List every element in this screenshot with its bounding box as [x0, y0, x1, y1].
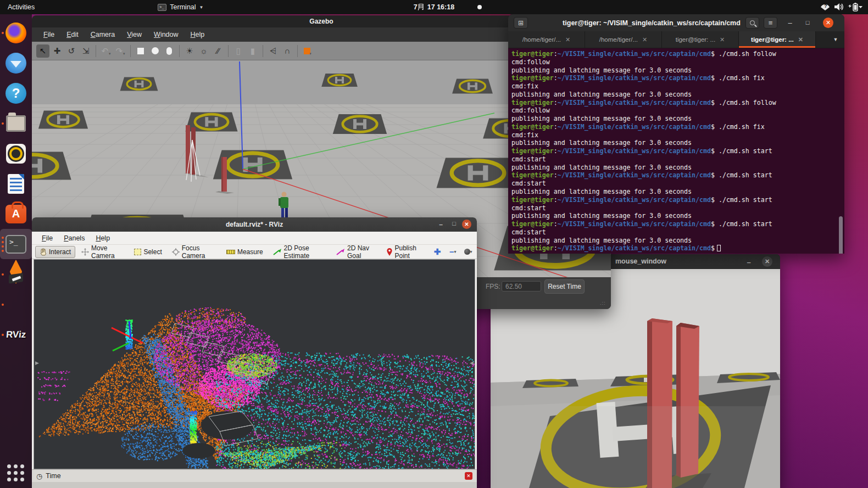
running-indicator	[2, 273, 4, 276]
libreoffice-writer-icon	[8, 174, 24, 194]
gazebo-tool-paste[interactable]: ▮	[246, 44, 259, 58]
gazebo-tool-sphere[interactable]	[148, 44, 162, 58]
rviz-tool-publish-point[interactable]: Publish Point	[383, 246, 430, 258]
add-tool-button[interactable]: ✚	[432, 246, 443, 257]
rviz-titlebar[interactable]: default.rviz* - RViz – □ ✕	[32, 217, 477, 232]
tab-close-icon[interactable]: ✕	[642, 36, 647, 43]
dock-item-show-apps[interactable]	[0, 458, 32, 488]
gazebo-tool-view-angle[interactable]: ▾	[301, 44, 314, 58]
close-icon[interactable]: ✕	[762, 256, 772, 267]
terminal-tab-3[interactable]: tiger@tiger: ...✕	[662, 31, 739, 48]
fps-value-field: 62.50	[502, 281, 541, 291]
rviz-time-panel-header[interactable]: ◷ Time ✕	[32, 469, 477, 482]
rviz-tool-interact[interactable]: Interact	[35, 246, 75, 258]
fps-label: FPS:	[486, 283, 500, 290]
terminal-tab-4[interactable]: tiger@tiger: ...✕	[739, 31, 816, 48]
rviz-tool-2d-pose-estimate[interactable]: 2D Pose Estimate	[269, 246, 330, 258]
terminal-tab-2[interactable]: /home/tiger/...✕	[585, 31, 662, 48]
move-camera-icon	[81, 248, 89, 256]
rviz-3d-view[interactable]: ▶ ◀ …	[34, 259, 475, 469]
gazebo-menu-file[interactable]: File	[37, 29, 60, 40]
files-icon	[6, 115, 26, 132]
gazebo-tool-snap[interactable]: ∩	[281, 44, 294, 58]
panel-expand-right-icon[interactable]: ◀	[470, 360, 474, 366]
interact-icon	[40, 248, 47, 256]
gazebo-tool-undo[interactable]: ↶ ▾	[99, 44, 113, 58]
gazebo-menu-camera[interactable]: Camera	[85, 29, 121, 40]
panel-expand-left-icon[interactable]: ▶	[35, 360, 39, 366]
maximize-icon[interactable]: □	[452, 220, 456, 227]
reset-time-button[interactable]: Reset Time	[544, 279, 585, 294]
maximize-icon[interactable]: □	[802, 16, 814, 29]
scrollbar-thumb[interactable]	[839, 216, 843, 254]
rviz-menu-help[interactable]: Help	[90, 233, 115, 243]
gazebo-tool-rotate[interactable]: ↺	[65, 44, 78, 58]
minimize-icon[interactable]: –	[744, 257, 754, 267]
dock-item-libreoffice[interactable]	[0, 169, 32, 199]
2d-nav-goal-icon	[336, 249, 345, 255]
dock-item-files[interactable]	[0, 108, 32, 138]
gazebo-tool-spot-light[interactable]: ☼	[197, 44, 210, 58]
resize-grip[interactable]: .::	[600, 300, 607, 306]
rviz-menu-panels[interactable]: Panels	[58, 233, 90, 243]
dock-item-thunderbird[interactable]	[0, 48, 32, 78]
terminal-window: ⊞ tiger@tiger: ~/VISIM_single/catkin_ws/…	[508, 14, 844, 254]
gazebo-menu-view[interactable]: View	[121, 29, 148, 40]
gazebo-menu-help[interactable]: Help	[185, 29, 211, 40]
terminal-tabbar: /home/tiger/...✕/home/tiger/...✕tiger@ti…	[508, 31, 844, 48]
gazebo-tool-scale[interactable]: ⇲	[79, 44, 92, 58]
gazebo-tool-copy[interactable]: ▯	[232, 44, 245, 58]
tab-list-dropdown[interactable]: ▼	[827, 31, 844, 48]
rviz-tool-focus-camera[interactable]: Focus Camera	[168, 246, 220, 258]
firefox-icon	[5, 23, 26, 43]
gazebo-tool-cylinder[interactable]	[163, 44, 176, 58]
terminal-cursor	[717, 245, 721, 251]
minimize-icon[interactable]: –	[439, 221, 443, 228]
gazebo-tool-box[interactable]	[134, 44, 147, 58]
gazebo-menu-window[interactable]: Window	[148, 29, 184, 40]
dock-item-help[interactable]: ?	[0, 78, 32, 108]
gazebo-tool-align[interactable]: ⩤	[266, 44, 280, 58]
clock[interactable]: 7 17 16:18	[0, 3, 868, 11]
terminal-titlebar[interactable]: ⊞ tiger@tiger: ~/VISIM_single/catkin_ws/…	[508, 14, 844, 31]
terminal-output[interactable]: tiger@tiger:~/VISIM_single/catkin_ws/src…	[508, 48, 844, 254]
tab-close-icon[interactable]: ✕	[798, 36, 803, 43]
app-menu[interactable]: >_ Terminal ▼	[158, 3, 203, 11]
gazebo-tool-directional-light[interactable]: ∕∕	[212, 44, 225, 58]
rviz-tool-select[interactable]: Select	[130, 246, 165, 258]
dock-item-rviz[interactable]: RViz	[0, 319, 32, 350]
dock-item-firefox[interactable]	[0, 18, 32, 48]
gazebo-tool-select[interactable]: ↖	[36, 44, 49, 58]
search-button[interactable]	[745, 17, 759, 29]
gazebo-tool-translate[interactable]: ✚	[51, 44, 64, 58]
rviz-menu-file[interactable]: File	[36, 233, 58, 243]
close-icon[interactable]: ✕	[823, 18, 833, 28]
time-panel-close-icon[interactable]: ✕	[465, 472, 472, 480]
system-status-icons[interactable]: ?	[820, 0, 863, 14]
recording-indicator-dot	[477, 5, 482, 9]
new-tab-button[interactable]: ⊞	[514, 17, 528, 29]
activities-button[interactable]: Activities	[0, 3, 42, 11]
hamburger-menu-button[interactable]: ≡	[764, 17, 777, 29]
gazebo-menu-edit[interactable]: Edit	[60, 29, 85, 40]
network-question-icon: ?	[821, 3, 830, 10]
dock-item-hidden-app[interactable]	[0, 289, 32, 319]
dock-item-software[interactable]: A	[0, 199, 32, 229]
remove-tool-button[interactable]: −▾	[447, 246, 458, 257]
gazebo-tool-redo[interactable]: ↷ ▾	[114, 44, 127, 58]
dock-item-rhythmbox[interactable]	[0, 138, 32, 169]
desktop: mouse_window – ✕	[0, 0, 868, 488]
helipad	[120, 77, 158, 91]
minimize-icon[interactable]: –	[784, 16, 796, 29]
rviz-tool-move-camera[interactable]: Move Camera	[77, 246, 128, 258]
tab-close-icon[interactable]: ✕	[720, 36, 725, 43]
terminal-tab-1[interactable]: /home/tiger/...✕	[508, 31, 585, 48]
dock-item-terminal[interactable]: >_	[0, 229, 32, 259]
gazebo-tool-point-light[interactable]: ☀	[183, 44, 196, 58]
tab-close-icon[interactable]: ✕	[565, 36, 570, 43]
tool-options-button[interactable]: ▾	[463, 246, 474, 257]
dock-item-gazebo[interactable]	[0, 259, 32, 289]
close-icon[interactable]: ✕	[462, 220, 471, 229]
rviz-tool-measure[interactable]: Measure	[222, 246, 267, 258]
rviz-tool-2d-nav-goal[interactable]: 2D Nav Goal	[332, 246, 381, 258]
